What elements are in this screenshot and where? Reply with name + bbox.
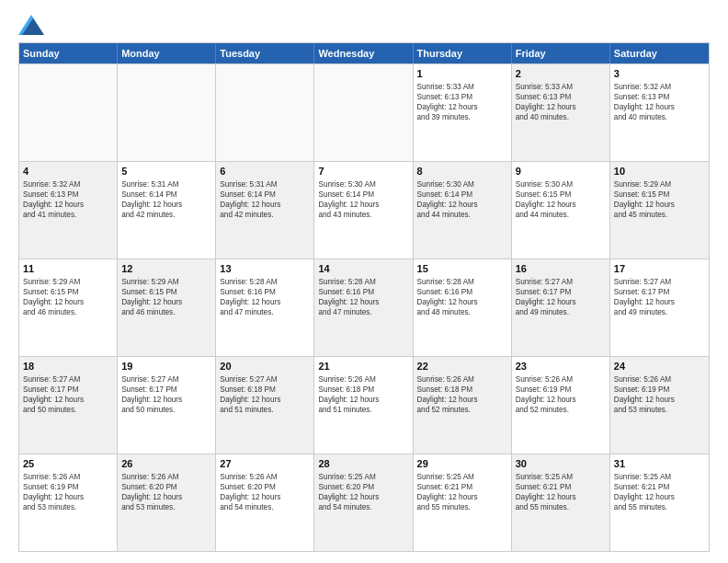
cell-content: Sunrise: 5:32 AM Sunset: 6:13 PM Dayligh…	[614, 82, 705, 122]
cal-cell-day-2: 2Sunrise: 5:33 AM Sunset: 6:13 PM Daylig…	[512, 64, 610, 161]
header-day-wednesday: Wednesday	[314, 43, 413, 63]
cal-cell-day-15: 15Sunrise: 5:28 AM Sunset: 6:16 PM Dayli…	[414, 259, 512, 356]
cal-cell-day-13: 13Sunrise: 5:28 AM Sunset: 6:16 PM Dayli…	[216, 259, 314, 356]
cal-cell-day-18: 18Sunrise: 5:27 AM Sunset: 6:17 PM Dayli…	[19, 357, 118, 454]
day-number: 23	[516, 360, 606, 373]
day-number: 18	[23, 360, 113, 373]
cell-content: Sunrise: 5:28 AM Sunset: 6:16 PM Dayligh…	[318, 277, 408, 317]
day-number: 20	[220, 360, 310, 373]
cell-content: Sunrise: 5:27 AM Sunset: 6:18 PM Dayligh…	[220, 374, 310, 415]
cal-cell-day-23: 23Sunrise: 5:26 AM Sunset: 6:19 PM Dayli…	[512, 357, 610, 454]
cal-cell-day-28: 28Sunrise: 5:25 AM Sunset: 6:20 PM Dayli…	[314, 454, 413, 551]
day-number: 11	[23, 262, 113, 276]
day-number: 16	[516, 262, 606, 276]
cell-content: Sunrise: 5:30 AM Sunset: 6:15 PM Dayligh…	[516, 179, 606, 220]
cal-cell-day-10: 10Sunrise: 5:29 AM Sunset: 6:15 PM Dayli…	[610, 162, 709, 259]
calendar: SundayMondayTuesdayWednesdayThursdayFrid…	[18, 42, 710, 552]
day-number: 28	[318, 457, 408, 471]
header-day-saturday: Saturday	[610, 43, 709, 63]
day-number: 21	[318, 360, 408, 373]
cal-cell-day-30: 30Sunrise: 5:25 AM Sunset: 6:21 PM Dayli…	[512, 454, 610, 551]
cal-cell-day-22: 22Sunrise: 5:26 AM Sunset: 6:18 PM Dayli…	[414, 357, 512, 454]
day-number: 30	[516, 457, 606, 471]
cal-cell-day-21: 21Sunrise: 5:26 AM Sunset: 6:18 PM Dayli…	[314, 357, 413, 454]
header-day-thursday: Thursday	[414, 43, 512, 63]
cal-row-1: 4Sunrise: 5:32 AM Sunset: 6:13 PM Daylig…	[19, 161, 709, 259]
header-day-tuesday: Tuesday	[216, 43, 314, 63]
cal-row-4: 25Sunrise: 5:26 AM Sunset: 6:19 PM Dayli…	[19, 454, 709, 551]
cell-content: Sunrise: 5:30 AM Sunset: 6:14 PM Dayligh…	[417, 179, 507, 220]
cal-cell-empty	[216, 64, 314, 161]
cell-content: Sunrise: 5:25 AM Sunset: 6:21 PM Dayligh…	[516, 472, 606, 512]
cell-content: Sunrise: 5:26 AM Sunset: 6:18 PM Dayligh…	[417, 374, 507, 415]
day-number: 6	[220, 165, 310, 178]
cal-cell-day-29: 29Sunrise: 5:25 AM Sunset: 6:21 PM Dayli…	[414, 454, 512, 551]
cal-cell-empty	[19, 64, 118, 161]
day-number: 15	[417, 262, 507, 276]
cell-content: Sunrise: 5:29 AM Sunset: 6:15 PM Dayligh…	[614, 179, 705, 220]
cell-content: Sunrise: 5:32 AM Sunset: 6:13 PM Dayligh…	[23, 179, 113, 220]
cell-content: Sunrise: 5:31 AM Sunset: 6:14 PM Dayligh…	[121, 179, 211, 220]
cal-cell-day-5: 5Sunrise: 5:31 AM Sunset: 6:14 PM Daylig…	[118, 162, 216, 259]
cal-row-0: 1Sunrise: 5:33 AM Sunset: 6:13 PM Daylig…	[19, 63, 709, 161]
cal-cell-day-1: 1Sunrise: 5:33 AM Sunset: 6:13 PM Daylig…	[414, 64, 512, 161]
cell-content: Sunrise: 5:27 AM Sunset: 6:17 PM Dayligh…	[23, 374, 113, 415]
cal-cell-day-7: 7Sunrise: 5:30 AM Sunset: 6:14 PM Daylig…	[314, 162, 413, 259]
cal-cell-empty	[118, 64, 216, 161]
day-number: 19	[121, 360, 211, 373]
cal-cell-day-26: 26Sunrise: 5:26 AM Sunset: 6:20 PM Dayli…	[118, 454, 216, 551]
day-number: 9	[516, 165, 606, 178]
day-number: 26	[121, 457, 211, 471]
cal-row-2: 11Sunrise: 5:29 AM Sunset: 6:15 PM Dayli…	[19, 259, 709, 356]
day-number: 25	[23, 457, 113, 471]
cell-content: Sunrise: 5:31 AM Sunset: 6:14 PM Dayligh…	[220, 179, 310, 220]
cal-cell-day-8: 8Sunrise: 5:30 AM Sunset: 6:14 PM Daylig…	[414, 162, 512, 259]
day-number: 1	[417, 67, 507, 81]
day-number: 2	[516, 67, 606, 81]
day-number: 29	[417, 457, 507, 471]
cal-cell-day-9: 9Sunrise: 5:30 AM Sunset: 6:15 PM Daylig…	[512, 162, 610, 259]
cell-content: Sunrise: 5:26 AM Sunset: 6:19 PM Dayligh…	[516, 374, 606, 415]
cell-content: Sunrise: 5:28 AM Sunset: 6:16 PM Dayligh…	[417, 277, 507, 317]
cell-content: Sunrise: 5:26 AM Sunset: 6:18 PM Dayligh…	[318, 374, 408, 415]
cell-content: Sunrise: 5:28 AM Sunset: 6:16 PM Dayligh…	[220, 277, 310, 317]
cal-cell-day-16: 16Sunrise: 5:27 AM Sunset: 6:17 PM Dayli…	[512, 259, 610, 356]
cal-cell-day-4: 4Sunrise: 5:32 AM Sunset: 6:13 PM Daylig…	[19, 162, 118, 259]
day-number: 27	[220, 457, 310, 471]
cal-cell-day-3: 3Sunrise: 5:32 AM Sunset: 6:13 PM Daylig…	[610, 64, 709, 161]
cell-content: Sunrise: 5:27 AM Sunset: 6:17 PM Dayligh…	[516, 277, 606, 317]
day-number: 22	[417, 360, 507, 373]
day-number: 10	[614, 165, 705, 178]
cell-content: Sunrise: 5:25 AM Sunset: 6:20 PM Dayligh…	[318, 472, 408, 512]
cell-content: Sunrise: 5:33 AM Sunset: 6:13 PM Dayligh…	[417, 82, 507, 122]
cell-content: Sunrise: 5:26 AM Sunset: 6:20 PM Dayligh…	[220, 472, 310, 512]
day-number: 13	[220, 262, 310, 276]
cell-content: Sunrise: 5:29 AM Sunset: 6:15 PM Dayligh…	[23, 277, 113, 317]
cell-content: Sunrise: 5:27 AM Sunset: 6:17 PM Dayligh…	[121, 374, 211, 415]
day-number: 7	[318, 165, 408, 178]
cal-cell-day-11: 11Sunrise: 5:29 AM Sunset: 6:15 PM Dayli…	[19, 259, 118, 356]
cell-content: Sunrise: 5:25 AM Sunset: 6:21 PM Dayligh…	[614, 472, 705, 512]
cell-content: Sunrise: 5:26 AM Sunset: 6:19 PM Dayligh…	[614, 374, 705, 415]
day-number: 17	[614, 262, 705, 276]
cal-cell-empty	[314, 64, 413, 161]
cal-cell-day-17: 17Sunrise: 5:27 AM Sunset: 6:17 PM Dayli…	[610, 259, 709, 356]
calendar-body: 1Sunrise: 5:33 AM Sunset: 6:13 PM Daylig…	[19, 63, 709, 551]
cal-cell-day-27: 27Sunrise: 5:26 AM Sunset: 6:20 PM Dayli…	[216, 454, 314, 551]
header-day-sunday: Sunday	[19, 43, 118, 63]
cell-content: Sunrise: 5:33 AM Sunset: 6:13 PM Dayligh…	[516, 82, 606, 122]
day-number: 31	[614, 457, 705, 471]
cal-cell-day-14: 14Sunrise: 5:28 AM Sunset: 6:16 PM Dayli…	[314, 259, 413, 356]
cal-cell-day-24: 24Sunrise: 5:26 AM Sunset: 6:19 PM Dayli…	[610, 357, 709, 454]
cal-cell-day-31: 31Sunrise: 5:25 AM Sunset: 6:21 PM Dayli…	[610, 454, 709, 551]
header	[18, 15, 710, 35]
day-number: 4	[23, 165, 113, 178]
header-day-friday: Friday	[512, 43, 610, 63]
cal-cell-day-20: 20Sunrise: 5:27 AM Sunset: 6:18 PM Dayli…	[216, 357, 314, 454]
header-day-monday: Monday	[118, 43, 216, 63]
cell-content: Sunrise: 5:27 AM Sunset: 6:17 PM Dayligh…	[614, 277, 705, 317]
calendar-header: SundayMondayTuesdayWednesdayThursdayFrid…	[19, 43, 709, 63]
cell-content: Sunrise: 5:29 AM Sunset: 6:15 PM Dayligh…	[121, 277, 211, 317]
logo	[18, 15, 48, 35]
day-number: 14	[318, 262, 408, 276]
